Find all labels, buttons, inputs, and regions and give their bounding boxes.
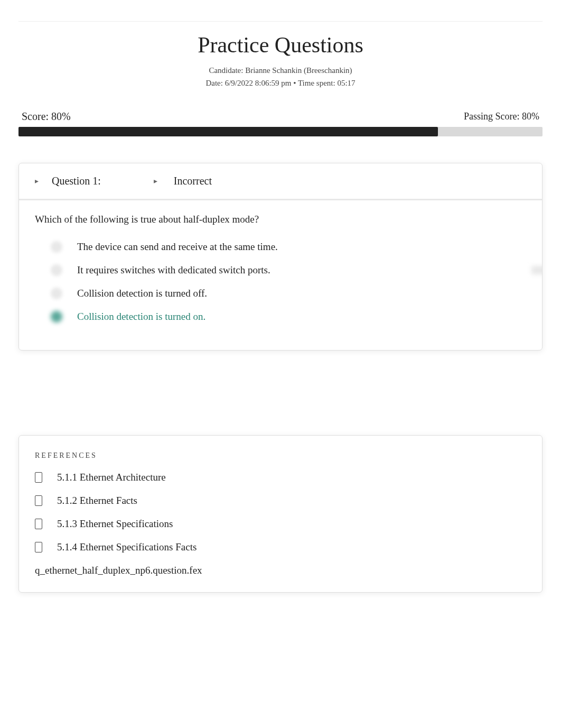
score-progress-fill — [18, 127, 438, 136]
option-text: Collision detection is turned on. — [77, 311, 205, 322]
reference-text: 5.1.3 Ethernet Specifications — [57, 518, 173, 530]
reference-item[interactable]: 5.1.3 Ethernet Specifications — [35, 518, 526, 530]
reference-item[interactable]: 5.1.1 Ethernet Architecture — [35, 472, 526, 483]
reference-text: 5.1.4 Ethernet Specifications Facts — [57, 541, 197, 553]
score-row: Score: 80% Passing Score: 80% — [18, 105, 543, 127]
reference-item[interactable]: 5.1.2 Ethernet Facts — [35, 495, 526, 506]
date-line: Date: 6/9/2022 8:06:59 pm • Time spent: … — [18, 77, 543, 89]
option-row: Collision detection is turned on. — [51, 311, 526, 322]
passing-score-label: Passing Score: 80% — [464, 111, 539, 122]
question-file-id: q_ethernet_half_duplex_np6.question.fex — [35, 565, 526, 576]
option-row: The device can send and receive at the s… — [51, 241, 526, 253]
score-label: Score: 80% — [22, 110, 71, 123]
document-icon — [35, 495, 42, 506]
radio-icon — [51, 264, 62, 276]
question-card: ▸ Question 1: ▸ Incorrect Which of the f… — [18, 163, 543, 351]
option-row: Collision detection is turned off. — [51, 288, 526, 299]
document-icon — [35, 472, 42, 483]
reference-text: 5.1.1 Ethernet Architecture — [57, 472, 166, 483]
radio-icon — [51, 241, 62, 253]
page-title: Practice Questions — [18, 32, 543, 58]
references-title: REFERENCES — [35, 451, 526, 460]
radio-icon — [51, 288, 62, 299]
question-number-label: Question 1: — [52, 175, 101, 187]
score-progress-bar — [18, 127, 543, 136]
document-icon — [35, 519, 42, 529]
expand-icon: ▸ — [35, 177, 41, 186]
document-icon — [35, 542, 42, 552]
incorrect-icon: ▸ — [154, 177, 163, 186]
candidate-line: Candidate: Brianne Schankin (Breeschanki… — [18, 64, 543, 77]
report-header: Practice Questions Candidate: Brianne Sc… — [18, 21, 543, 105]
option-text: It requires switches with dedicated swit… — [77, 264, 270, 276]
option-row: It requires switches with dedicated swit… — [51, 264, 526, 276]
question-text: Which of the following is true about hal… — [35, 214, 526, 225]
reference-item[interactable]: 5.1.4 Ethernet Specifications Facts — [35, 541, 526, 553]
question-header[interactable]: ▸ Question 1: ▸ Incorrect — [19, 163, 542, 200]
radio-correct-icon — [51, 311, 62, 322]
question-body: Which of the following is true about hal… — [19, 200, 542, 350]
option-text: Collision detection is turned off. — [77, 288, 207, 299]
references-card: REFERENCES 5.1.1 Ethernet Architecture 5… — [18, 435, 543, 593]
reference-text: 5.1.2 Ethernet Facts — [57, 495, 137, 506]
options-list: The device can send and receive at the s… — [35, 241, 526, 322]
question-status: Incorrect — [174, 175, 212, 187]
option-text: The device can send and receive at the s… — [77, 241, 278, 253]
